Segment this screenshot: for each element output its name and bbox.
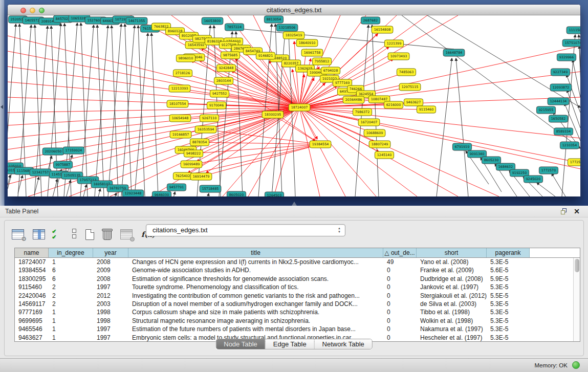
graph-edge[interactable] xyxy=(193,145,314,154)
table-cell[interactable]: 5.3E-5 xyxy=(487,334,530,342)
graph-edge[interactable] xyxy=(80,25,94,196)
column-header-short[interactable]: short xyxy=(417,248,487,257)
table-cell[interactable]: 19384554 xyxy=(15,266,49,274)
graph-edge[interactable] xyxy=(81,23,88,196)
table-cell[interactable]: Estimation of the future numbers of pati… xyxy=(128,325,383,333)
network-canvas-wrap[interactable]: 2520532140557242089140684570221065328715… xyxy=(8,15,580,196)
table-cell[interactable]: 2008 xyxy=(93,258,128,266)
column-header-out_de[interactable]: △ out_de... xyxy=(383,248,417,257)
table-cell[interactable]: 0 xyxy=(383,292,417,300)
table-cell[interactable]: Tourette syndrome. Phenomenology and cla… xyxy=(128,283,383,291)
table-row[interactable]: 2242004622012Investigating the contribut… xyxy=(15,292,580,300)
table-cell[interactable]: Nakamura et al. (1997) xyxy=(417,325,487,333)
graph-edge[interactable] xyxy=(18,176,23,193)
graph-edge[interactable] xyxy=(204,193,209,196)
column-header-name[interactable]: name xyxy=(15,248,49,257)
table-cell[interactable]: 49 xyxy=(383,258,417,266)
table-cell[interactable]: Jankovic et al. (1997) xyxy=(417,283,487,291)
table-cell[interactable]: 1997 xyxy=(93,334,128,342)
tab-network-table[interactable]: Network Table xyxy=(315,339,372,349)
table-row[interactable]: 1830029562008Estimation of significance … xyxy=(15,275,580,283)
table-cell[interactable]: 5.3E-5 xyxy=(487,283,530,291)
table-cell[interactable]: 1 xyxy=(49,317,93,325)
graph-edge[interactable] xyxy=(537,183,555,196)
table-cell[interactable]: 2 xyxy=(49,283,93,291)
table-row[interactable]: 946554611997Estimation of the future num… xyxy=(15,325,580,333)
table-row[interactable]: 1456911722003Disruption of a novel membe… xyxy=(15,300,580,308)
table-cell[interactable]: 0 xyxy=(383,308,417,316)
table-cell[interactable]: 5.3E-5 xyxy=(487,317,530,325)
table-cell[interactable]: Dudbridge et al. (2008) xyxy=(417,275,487,283)
table-cell[interactable]: 2003 xyxy=(93,300,128,308)
graph-edge[interactable] xyxy=(53,179,57,196)
table-cell[interactable]: 1997 xyxy=(93,325,128,333)
graph-edge[interactable] xyxy=(567,75,580,113)
graph-edge[interactable] xyxy=(8,97,299,107)
graph-edge[interactable] xyxy=(299,46,580,107)
table-cell[interactable]: Hescheler et al. (1997) xyxy=(417,334,487,342)
network-canvas[interactable]: 2520532140557242089140684570221065328715… xyxy=(8,15,580,196)
table-cell[interactable]: Estimation of significance thresholds fo… xyxy=(128,275,383,283)
table-cell[interactable]: 0 xyxy=(383,275,417,283)
table-cell[interactable]: Wolkin et al. (1998) xyxy=(417,317,487,325)
graph-edge[interactable] xyxy=(151,33,158,196)
float-panel-icon[interactable] xyxy=(561,208,568,215)
tab-node-table[interactable]: Node Table xyxy=(216,339,266,349)
table-cell[interactable]: 9777169 xyxy=(15,308,49,316)
scrollbar-thumb[interactable] xyxy=(575,259,579,272)
graph-edge[interactable] xyxy=(8,36,299,107)
graph-edge[interactable] xyxy=(96,189,100,196)
table-cell[interactable]: 1997 xyxy=(93,283,128,291)
row-height-button[interactable] xyxy=(72,229,77,240)
table-selector-combobox[interactable]: citations_edges.txt ▲▼ xyxy=(146,224,345,236)
tab-edge-table[interactable]: Edge Table xyxy=(266,339,315,349)
table-cell[interactable]: de Silva et al. (2003) xyxy=(417,300,487,308)
table-row[interactable]: 911546021997Tourette syndrome. Phenomeno… xyxy=(15,283,580,291)
table-cell[interactable]: 6 xyxy=(49,275,93,283)
graph-edge[interactable] xyxy=(573,60,580,97)
select-all-rows-button[interactable]: ✔✔ xyxy=(54,229,63,240)
table-cell[interactable]: 9699695 xyxy=(15,317,49,325)
table-cell[interactable]: 5.9E-5 xyxy=(487,275,530,283)
window-titlebar[interactable]: citations_edges.txt xyxy=(8,5,580,15)
table-cell[interactable]: 0 xyxy=(383,300,417,308)
table-row[interactable]: 969969511998Structural magnetic resonanc… xyxy=(15,317,580,325)
graph-edge[interactable] xyxy=(8,107,299,173)
graph-edge[interactable] xyxy=(64,24,71,196)
table-cell[interactable]: 2 xyxy=(49,292,93,300)
graph-edge[interactable] xyxy=(456,58,468,196)
graph-edge[interactable] xyxy=(299,97,580,107)
table-cell[interactable]: 2012 xyxy=(93,292,128,300)
column-header-in_degree[interactable]: in_degree xyxy=(49,248,93,257)
table-cell[interactable]: 1 xyxy=(49,334,93,342)
table-cell[interactable]: Structural magnetic resonance image aver… xyxy=(128,317,383,325)
close-panel-icon[interactable]: ✕ xyxy=(574,207,580,215)
graph-edge[interactable] xyxy=(299,107,571,161)
table-cell[interactable]: 5.3E-5 xyxy=(487,300,530,308)
graph-edge[interactable] xyxy=(239,29,454,49)
table-cell[interactable]: Genome-wide association studies in ADHD. xyxy=(128,266,383,274)
table-cell[interactable]: 1998 xyxy=(93,317,128,325)
graph-edge[interactable] xyxy=(299,107,580,169)
select-columns-button[interactable] xyxy=(33,229,45,239)
table-cell[interactable]: 2009 xyxy=(93,266,128,274)
column-header-year[interactable]: year xyxy=(93,248,128,257)
table-cell[interactable]: Disruption of a novel member of a sodium… xyxy=(128,300,383,308)
table-cell[interactable]: Corpus callosum shape and size in male p… xyxy=(128,308,383,316)
table-cell[interactable]: 18300295 xyxy=(15,275,49,283)
table-cell[interactable]: 18724007 xyxy=(15,258,49,266)
column-header-pagerank[interactable]: pagerank xyxy=(487,248,530,257)
table-cell[interactable]: 0 xyxy=(383,283,417,291)
column-header-title[interactable]: title xyxy=(128,248,383,257)
table-cell[interactable]: 0 xyxy=(383,317,417,325)
table-cell[interactable]: 5.6E-5 xyxy=(487,266,530,274)
graph-edge[interactable] xyxy=(66,180,71,196)
attribute-table[interactable]: namein_degreeyeartitle△ out_de...shortpa… xyxy=(14,248,580,342)
table-cell[interactable]: 0 xyxy=(383,334,417,342)
table-cell[interactable]: 2 xyxy=(49,300,93,308)
graph-edge[interactable] xyxy=(64,23,77,196)
memory-ok-indicator[interactable] xyxy=(572,361,580,369)
table-cell[interactable]: 9465546 xyxy=(15,325,49,333)
network-view-window[interactable]: citations_edges.txt 25205321405572420891… xyxy=(7,4,581,196)
table-cell[interactable]: Franke et al. (2009) xyxy=(417,266,487,274)
